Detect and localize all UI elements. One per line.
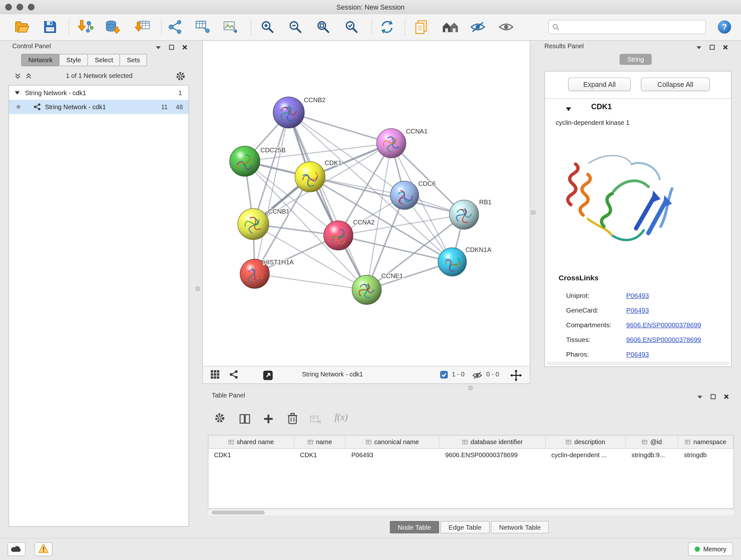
network-glyph-icon[interactable] [229,370,239,379]
table-cell[interactable]: P06493 [346,451,440,458]
home-button[interactable] [440,17,461,37]
hide-panels-button[interactable] [467,17,488,37]
selected-checkbox-icon[interactable] [440,371,448,379]
column-header-description[interactable]: description [546,435,626,448]
network-node-CDC25B[interactable] [230,146,260,177]
expand-all-button[interactable]: Expand All [568,78,631,91]
export-image-button[interactable] [220,17,242,37]
close-panel-icon[interactable] [181,44,188,51]
section-expander-icon[interactable] [566,106,571,113]
network-table-button[interactable] [192,17,214,37]
network-node-CCNA2[interactable] [324,221,353,250]
zoom-out-button[interactable] [284,17,306,37]
network-node-CCNB2[interactable] [273,97,305,128]
zoom-fit-button[interactable] [313,17,334,37]
import-table-button[interactable] [131,17,153,37]
scrollbar-thumb[interactable] [212,510,265,514]
table-settings-gear-icon[interactable] [214,413,225,423]
network-row-selected[interactable]: String Network - cdk1 11 48 [9,100,189,114]
open-session-button[interactable] [11,17,32,37]
edge-CCNB2-HIST1H1A[interactable] [255,112,289,273]
close-panel-icon[interactable] [723,393,730,400]
crosslink-link[interactable]: P06493 [626,292,649,299]
table-cell[interactable]: CDK1 [294,451,346,458]
tab-sets[interactable]: Sets [120,54,147,66]
crosslink-link[interactable]: 9606.ENSP00000378699 [626,335,701,343]
move-crosshair-icon[interactable] [510,369,522,382]
protein-section-header[interactable]: CDK1 [545,98,731,120]
tree-expander-icon[interactable] [15,91,20,95]
maximize-panel-icon[interactable] [168,44,175,51]
network-node-RB1[interactable] [449,200,479,229]
delete-column-trash-icon[interactable] [287,412,298,425]
network-node-CDK1[interactable] [295,162,325,192]
table-cell[interactable]: cyclin-dependent ... [546,451,626,458]
edge-CCNA2-CDKN1A[interactable] [338,235,452,262]
column-header-shared-name[interactable]: shared name [208,435,294,448]
network-node-CDC6[interactable] [390,181,419,209]
search-input[interactable] [561,23,703,31]
table-cell[interactable]: 9606.ENSP00000378699 [440,451,546,458]
tab-network-table[interactable]: Network Table [491,521,549,534]
collapse-all-button[interactable]: Collapse All [641,78,710,91]
tab-select[interactable]: Select [88,54,120,66]
show-columns-icon[interactable] [239,413,251,425]
gear-icon[interactable] [176,71,185,81]
open-in-new-icon[interactable] [262,370,274,381]
tab-style[interactable]: Style [59,54,88,66]
birdseye-grid-icon[interactable] [210,370,220,379]
cloud-services-button[interactable] [8,543,25,556]
network-view[interactable]: CCNB2CCNA1CDC25BCDK1CDC6RB1CCNB1CCNA2CDK… [202,40,530,384]
edge-CCNB2-CCNE1[interactable] [289,112,367,290]
splitter-handle[interactable] [531,210,535,214]
splitter-handle[interactable] [468,386,473,390]
table-cell[interactable]: stringdb [678,451,733,458]
column-header-namespace[interactable]: namespace [678,435,733,448]
hidden-eye-slash-icon[interactable] [472,371,482,380]
network-node-CDKN1A[interactable] [438,248,467,276]
close-panel-icon[interactable] [722,44,729,51]
crosslink-link[interactable]: 9606.ENSP00000378699 [626,321,701,328]
edge-HIST1H1A-CCNE1[interactable] [255,273,367,290]
table-row[interactable]: CDK1CDK1P064939606.ENSP00000378699cyclin… [208,449,733,461]
splitter-handle[interactable] [196,287,200,291]
help-button[interactable]: ? [715,17,734,37]
tab-network[interactable]: Network [21,54,60,66]
column-header--id[interactable]: @id [626,435,678,448]
zoom-selected-button[interactable] [341,17,362,37]
zoom-in-button[interactable] [257,17,278,37]
function-builder-icon[interactable]: f(x) [334,412,347,423]
column-header-database-identifier[interactable]: database identifier [440,435,546,448]
warnings-button[interactable] [35,543,52,556]
table-horizontal-scrollbar[interactable] [208,509,734,515]
add-column-icon[interactable] [263,413,274,425]
float-panel-icon[interactable] [695,44,702,51]
title-bar[interactable]: Session: New Session [0,0,741,15]
crosslink-link[interactable]: P06493 [626,306,649,314]
tab-node-table[interactable]: Node Table [390,521,439,534]
edge-CCNB2-CCNA1[interactable] [289,112,391,143]
maximize-panel-icon[interactable] [710,393,717,400]
network-collection-row[interactable]: String Network - cdk1 1 [9,85,189,100]
float-panel-icon[interactable] [696,393,703,400]
save-session-button[interactable] [39,17,61,37]
tab-edge-table[interactable]: Edge Table [441,521,489,534]
memory-button[interactable]: Memory [688,543,733,556]
new-network-button[interactable] [164,17,186,37]
network-node-CCNE1[interactable] [352,275,381,305]
show-panels-button[interactable] [495,17,517,37]
column-header-canonical-name[interactable]: canonical name [346,435,440,448]
import-network-database-button[interactable] [102,17,124,37]
refresh-view-button[interactable] [376,17,398,37]
network-node-CCNB1[interactable] [238,208,269,240]
maximize-panel-icon[interactable] [709,44,716,51]
crosslink-link[interactable]: P06493 [626,350,649,358]
table-cell[interactable]: CDK1 [208,451,294,458]
tab-string[interactable]: String [620,54,652,65]
network-canvas[interactable]: CCNB2CCNA1CDC25BCDK1CDC6RB1CCNB1CCNA2CDK… [203,41,530,366]
table-cell[interactable]: stringdb:9... [626,451,678,458]
results-scrollbar[interactable] [547,362,729,365]
import-network-file-button[interactable] [75,17,96,37]
session-snapshot-button[interactable] [410,17,432,37]
search-field[interactable] [548,20,706,34]
